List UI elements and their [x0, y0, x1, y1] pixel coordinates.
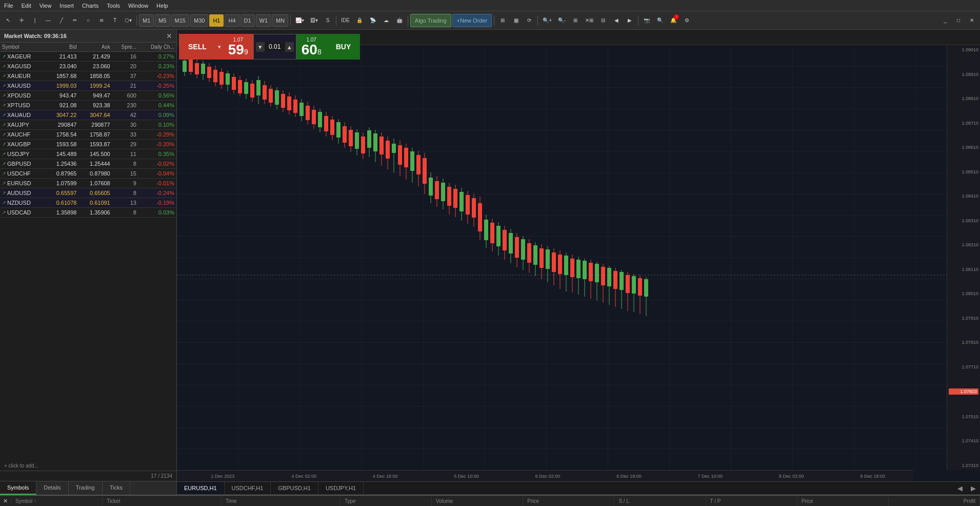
- tf-h4[interactable]: H4: [225, 14, 239, 27]
- mw-tab-ticks[interactable]: Ticks: [103, 481, 130, 495]
- menu-charts[interactable]: Charts: [78, 2, 103, 10]
- signals-btn[interactable]: S: [322, 14, 334, 27]
- search-btn[interactable]: 🔍: [654, 14, 666, 27]
- symbol-row-xauusd[interactable]: ↗ XAUUSD 1999.03 1999.24 21 -0.25%: [0, 81, 176, 91]
- symbol-row-usdchf[interactable]: ↗ USDCHF 0.87965 0.87980 15 -0.04%: [0, 169, 176, 179]
- trade-col-time[interactable]: Time: [222, 496, 341, 506]
- cloud-btn[interactable]: ☁: [380, 14, 392, 27]
- fibonacci-tool[interactable]: ≋: [95, 14, 108, 27]
- tf-m1[interactable]: M1: [139, 14, 154, 27]
- vertical-line-tool[interactable]: |: [29, 14, 41, 27]
- symbol-row-nzdusd[interactable]: ↗ NZDUSD 0.61078 0.61091 13 -0.19%: [0, 198, 176, 208]
- trend-line-tool[interactable]: ╱: [55, 14, 68, 27]
- objects-btn[interactable]: ▦: [510, 14, 522, 27]
- lot-increase[interactable]: ▴: [285, 42, 294, 52]
- trade-col-type[interactable]: Type: [341, 496, 432, 506]
- ide-btn[interactable]: IDE: [338, 14, 352, 27]
- trade-col-sl[interactable]: S / L: [614, 496, 706, 506]
- trade-col-ticket[interactable]: Ticket: [103, 496, 222, 506]
- lot-input[interactable]: [265, 43, 285, 50]
- crosshair-tool[interactable]: ✛: [15, 14, 28, 27]
- close-app-btn[interactable]: ✕: [966, 14, 978, 27]
- chart-tabs-scroll-right[interactable]: ▶: [967, 482, 980, 494]
- col-symbol[interactable]: Symbol: [0, 43, 45, 52]
- symbol-row-usdcad[interactable]: ↗ USDCAD 1.35898 1.35906 8 0.03%: [0, 208, 176, 218]
- symbol-row-usdjpy[interactable]: ↗ USDJPY 145.489 145.500 11 0.35%: [0, 149, 176, 159]
- trade-col-symbol[interactable]: Symbol ↑: [11, 497, 103, 505]
- market-watch-close[interactable]: ✕: [166, 32, 172, 40]
- chart-canvas[interactable]: 1.09010 1.08910 1.08810 1.08710 1.08610 …: [177, 45, 980, 481]
- tf-w1[interactable]: W1: [256, 14, 272, 27]
- col-change[interactable]: Daily Ch...: [138, 43, 176, 52]
- lock-btn[interactable]: 🔒: [353, 14, 366, 27]
- trade-col-price2[interactable]: Price: [797, 496, 889, 506]
- tf-m30[interactable]: M30: [190, 14, 208, 27]
- text-tool[interactable]: T: [109, 14, 121, 27]
- tf-h1[interactable]: H1: [209, 14, 224, 27]
- sell-dropdown[interactable]: ▾: [216, 34, 223, 60]
- chart-tab-usdjpy[interactable]: USDJPY,H1: [318, 482, 364, 494]
- symbol-row-xaueur[interactable]: ↗ XAUEUR 1857.68 1858.05 37 -0.23%: [0, 71, 176, 81]
- menu-insert[interactable]: Insert: [55, 2, 78, 10]
- screenshot-btn[interactable]: 📷: [641, 14, 653, 27]
- trade-col-price[interactable]: Price: [523, 496, 614, 506]
- symbol-row-xaujpy[interactable]: ↗ XAUJPY 290847 290877 30 0.10%: [0, 120, 176, 130]
- mw-tab-details[interactable]: Details: [36, 481, 69, 495]
- symbol-row-audusd[interactable]: ↗ AUDUSD 0.65597 0.65605 8 -0.24%: [0, 188, 176, 198]
- chart-type-btn[interactable]: 📈▾: [293, 14, 307, 27]
- symbol-row-xageur[interactable]: ↗ XAGEUR 21.413 21.429 16 0.27%: [0, 52, 176, 62]
- chart-grid-btn[interactable]: ⊟: [597, 14, 609, 27]
- shapes-tool[interactable]: ⬡▾: [122, 14, 134, 27]
- pen-tool[interactable]: ✏: [69, 14, 81, 27]
- close-charts-btn[interactable]: ✕⊞: [583, 14, 596, 27]
- template-btn[interactable]: 🖼▾: [308, 14, 321, 27]
- mw-tab-trading[interactable]: Trading: [69, 481, 103, 495]
- chart-tabs-scroll-left[interactable]: ◀: [953, 482, 967, 494]
- mw-tab-symbols[interactable]: Symbols: [0, 481, 36, 495]
- minimize-btn[interactable]: _: [939, 14, 951, 27]
- notifications-btn[interactable]: 🔔!: [667, 14, 679, 27]
- strategy-tester-btn[interactable]: ⟳: [523, 14, 535, 27]
- 4-screens-btn[interactable]: ⊞: [569, 14, 582, 27]
- tf-d1[interactable]: D1: [241, 14, 255, 27]
- symbol-row-gbpusd[interactable]: ↗ GBPUSD 1.25436 1.25444 8 -0.02%: [0, 159, 176, 169]
- menu-file[interactable]: File: [0, 2, 17, 10]
- ai-btn[interactable]: 🤖: [393, 14, 406, 27]
- ellipse-tool[interactable]: ○: [82, 14, 94, 27]
- zoom-out-btn[interactable]: 🔍-: [555, 14, 568, 27]
- new-order-btn[interactable]: + New Order: [452, 14, 492, 27]
- symbol-row-xauchf[interactable]: ↗ XAUCHF 1758.54 1758.87 33 -0.29%: [0, 130, 176, 140]
- col-ask[interactable]: Ask: [78, 43, 112, 52]
- menu-help[interactable]: Help: [152, 2, 172, 10]
- col-bid[interactable]: Bid: [45, 43, 78, 52]
- sell-button[interactable]: SELL: [179, 34, 216, 60]
- algo-trading-btn[interactable]: Algo Trading: [410, 14, 451, 27]
- chart-tab-gbpusd[interactable]: GBPUSD,H1: [271, 482, 318, 494]
- indicators-btn[interactable]: ⊞: [496, 14, 509, 27]
- radio-btn[interactable]: 📡: [367, 14, 379, 27]
- symbol-row-xauaud[interactable]: ↗ XAUAUD 3047.22 3047.64 42 0.09%: [0, 110, 176, 120]
- trade-col-volume[interactable]: Volume: [432, 496, 523, 506]
- next-chart-btn[interactable]: ▶: [624, 14, 636, 27]
- cursor-tool[interactable]: ↖: [2, 14, 14, 27]
- col-spread[interactable]: Spre...: [112, 43, 138, 52]
- symbol-row-xptusd[interactable]: ↗ XPTUSD 921.08 923.38 230 0.44%: [0, 101, 176, 110]
- tf-m15[interactable]: M15: [171, 14, 189, 27]
- tf-mn[interactable]: MN: [272, 14, 288, 27]
- trade-col-tp[interactable]: T / P: [706, 496, 797, 506]
- lot-decrease[interactable]: ▾: [256, 42, 265, 52]
- chart-tab-usdchf[interactable]: USDCHF,H1: [225, 482, 271, 494]
- symbol-row-xagusd[interactable]: ↗ XAGUSD 23.040 23.060 20 0.23%: [0, 62, 176, 71]
- symbol-row-xpdusd[interactable]: ↗ XPDUSD 943.47 949.47 600 0.56%: [0, 91, 176, 101]
- symbol-row-xaugbp[interactable]: ↗ XAUGBP 1593.58 1593.87 29 -0.20%: [0, 140, 176, 149]
- trade-col-profit[interactable]: Profit: [889, 496, 980, 506]
- buy-button[interactable]: BUY: [327, 34, 361, 60]
- chart-tab-eurusd[interactable]: EURUSD,H1: [177, 482, 225, 494]
- add-symbol[interactable]: + click to add...: [0, 461, 176, 471]
- zoom-in-btn[interactable]: 🔍+: [540, 14, 554, 27]
- prev-chart-btn[interactable]: ◀: [610, 14, 623, 27]
- menu-tools[interactable]: Tools: [103, 2, 124, 10]
- menu-edit[interactable]: Edit: [17, 2, 35, 10]
- tf-m5[interactable]: M5: [155, 14, 170, 27]
- settings-btn[interactable]: ⚙: [681, 14, 693, 27]
